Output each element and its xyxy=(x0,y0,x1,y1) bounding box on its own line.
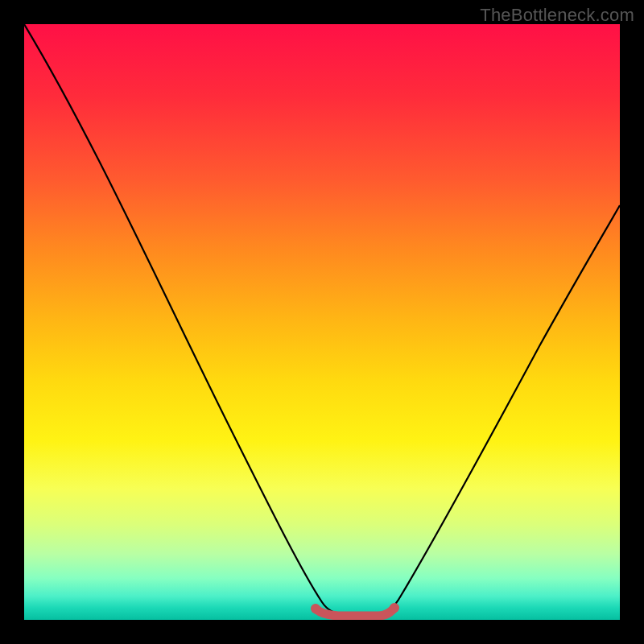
watermark: TheBottleneck.com xyxy=(480,5,634,26)
chart-frame: TheBottleneck.com xyxy=(0,0,644,644)
notch-enddot xyxy=(390,603,399,613)
plot-area xyxy=(24,24,620,620)
curves xyxy=(24,24,620,620)
notch-startdot xyxy=(311,604,320,613)
bottleneck-curve xyxy=(24,24,620,614)
